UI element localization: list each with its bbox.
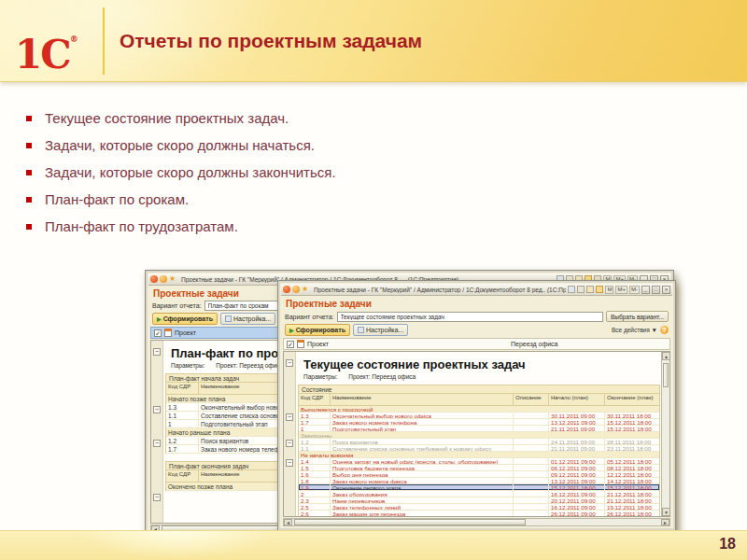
gear-icon bbox=[225, 315, 232, 322]
generate-button[interactable]: ▶Сформировать bbox=[285, 324, 350, 336]
bullet-icon bbox=[26, 197, 32, 203]
variant-label: Вариант отчета: bbox=[285, 314, 334, 320]
help-icon[interactable]: ? bbox=[660, 326, 669, 334]
scroll-left-icon[interactable]: ◄ bbox=[284, 519, 292, 525]
all-actions-button[interactable]: Все действия ▼ bbox=[612, 327, 657, 333]
report-row[interactable]: 1.3 Окончательный выбор нового офиса 30.… bbox=[299, 413, 659, 419]
bullet-text: План-факт по трудозатратам. bbox=[45, 218, 238, 234]
back-icon[interactable] bbox=[160, 275, 167, 283]
vertical-scrollbar[interactable]: ▲ ▼ bbox=[661, 352, 669, 516]
report-row[interactable]: 1.1 Составление списка основных требован… bbox=[299, 445, 659, 452]
close-button[interactable]: × bbox=[662, 286, 670, 294]
bullet-text: Задачи, которые скоро должны начаться. bbox=[45, 137, 315, 153]
app-icon bbox=[283, 286, 290, 293]
minimize-button[interactable]: _ bbox=[641, 286, 650, 294]
scrollbar-thumb[interactable] bbox=[294, 519, 526, 525]
back-icon[interactable] bbox=[292, 286, 300, 293]
favorites-star-icon[interactable]: ★ bbox=[302, 286, 310, 293]
maximize-button[interactable]: □ bbox=[652, 286, 660, 294]
report-row[interactable]: 1.9 Окончание первого этапа 15.12.2011 1… bbox=[299, 484, 659, 491]
report-row[interactable]: 1.7 Заказ нового номера телефона 13.12.2… bbox=[299, 419, 659, 426]
scroll-up-icon[interactable]: ▲ bbox=[662, 352, 670, 360]
report-area: − − − − Текущее состояние проектных зада… bbox=[283, 351, 670, 517]
collapse-group-icon[interactable]: − bbox=[286, 359, 293, 367]
titlebar-tools: М М+ М- _ □ × bbox=[568, 286, 670, 294]
report-row[interactable]: 2.5 Заказ телефонных линий 16.12.2011 09… bbox=[299, 504, 659, 511]
settings-button[interactable]: Настройка... bbox=[353, 324, 408, 336]
links-icon[interactable] bbox=[596, 286, 603, 293]
play-icon: ▶ bbox=[157, 315, 162, 322]
variant-label: Вариант отчета: bbox=[152, 302, 202, 309]
play-icon: ▶ bbox=[289, 327, 294, 333]
choose-variant-button[interactable]: Выбрать вариант... bbox=[606, 311, 669, 322]
calc-m-button[interactable]: М bbox=[605, 286, 613, 294]
grouping-gutter: − − − − bbox=[151, 341, 163, 523]
report-content: Текущее состояние проектных задач Параме… bbox=[296, 352, 661, 516]
settings-button[interactable]: Настройка... bbox=[220, 313, 275, 325]
report-row[interactable]: 1.8 Заказ нового номера факса 13.12.2011… bbox=[299, 478, 659, 484]
save-icon[interactable] bbox=[568, 286, 575, 293]
report-row[interactable]: Выполняется с просрочкой bbox=[299, 406, 659, 413]
calendar-icon bbox=[164, 329, 172, 337]
form-title: Проектные задачи bbox=[281, 296, 672, 310]
page-title: Отчеты по проектным задачам bbox=[120, 30, 422, 52]
list-item: Задачи, которые скоро должны закончиться… bbox=[26, 164, 336, 179]
scroll-right-icon[interactable]: ► bbox=[661, 519, 669, 525]
report-row[interactable]: 2.3 Наем перевозчиков 20.12.2011 09:00 2… bbox=[299, 497, 659, 504]
collapse-group-icon[interactable]: − bbox=[153, 348, 161, 356]
report-row[interactable]: 1.4 Оценка затрат на новый офис (кресла,… bbox=[299, 458, 659, 465]
window-title: Проектные задачи - ГК "Меркурий" / Админ… bbox=[312, 287, 566, 293]
bullet-text: План-факт по срокам. bbox=[45, 191, 189, 207]
bullet-text: Текущее состояние проектных задач. bbox=[45, 110, 289, 126]
table-body: Выполняется с просрочкой 1.3 Окончательн… bbox=[298, 406, 660, 516]
collapse-group-icon[interactable]: − bbox=[153, 494, 161, 501]
report-row[interactable]: Завершены bbox=[299, 432, 659, 439]
list-item: Текущее состояние проектных задач. bbox=[26, 110, 336, 125]
report-row[interactable]: 1 Подготовительный этап 21.11.2011 09:00… bbox=[299, 426, 659, 432]
collapse-group-icon[interactable]: − bbox=[153, 440, 161, 447]
scroll-down-icon[interactable]: ▼ bbox=[662, 508, 670, 516]
collapse-group-icon[interactable]: − bbox=[286, 459, 293, 467]
collapse-group-icon[interactable]: − bbox=[153, 406, 161, 413]
calc-mplus-button[interactable]: М+ bbox=[615, 286, 627, 294]
report-row[interactable]: 2.6 Заказ машин для переезда 26.12.2011 … bbox=[299, 511, 659, 516]
report-row[interactable]: Не начаты вовремя bbox=[299, 452, 659, 458]
gear-icon bbox=[358, 327, 364, 333]
variant-input[interactable] bbox=[337, 312, 603, 322]
state-band: Состояние bbox=[298, 385, 660, 393]
preview-icon[interactable] bbox=[586, 286, 594, 293]
bullet-icon bbox=[26, 143, 32, 148]
report-params: Параметры: Проект: Переезд офиса bbox=[303, 373, 658, 380]
table-header: Код СДР Наименование Описание Начало (пл… bbox=[298, 393, 660, 406]
filter-value: Переезд офиса bbox=[511, 341, 558, 347]
report-row[interactable]: 1.6 Выбор дня переезда 09.12.2011 09:00 … bbox=[299, 471, 659, 478]
toolbar-row: ▶Сформировать Настройка... Все действия … bbox=[281, 323, 672, 337]
slide-header: 1С® Отчеты по проектным задачам bbox=[0, 0, 747, 82]
report-row[interactable]: 1.5 Подготовка бюджета переезда 06.12.20… bbox=[299, 465, 659, 471]
titlebar[interactable]: ★ Проектные задачи - ГК "Меркурий" / Адм… bbox=[281, 284, 672, 296]
report-title: Текущее состояние проектных задач bbox=[303, 357, 658, 371]
generate-button[interactable]: ▶Сформировать bbox=[152, 313, 218, 325]
scrollbar-thumb[interactable] bbox=[663, 363, 669, 387]
collapse-group-icon[interactable]: − bbox=[286, 413, 293, 421]
slide: 1С® Отчеты по проектным задачам Текущее … bbox=[0, 0, 747, 560]
report-row[interactable]: 2 Заказ оборудования 16.12.2011 09:00 21… bbox=[299, 491, 659, 497]
grouping-gutter: − − − − bbox=[284, 352, 296, 516]
window-current-state: ★ Проектные задачи - ГК "Меркурий" / Адм… bbox=[277, 280, 676, 531]
collapse-group-icon[interactable]: − bbox=[286, 440, 293, 447]
filter-row-project[interactable]: ✓ Проект Переезд офиса bbox=[283, 338, 670, 350]
filter-label: Проект bbox=[307, 341, 329, 347]
horizontal-scrollbar[interactable]: ◄ ► bbox=[283, 518, 670, 526]
slide-footer: 18 bbox=[0, 530, 747, 560]
checkbox-icon[interactable]: ✓ bbox=[287, 341, 294, 348]
bullet-text: Задачи, которые скоро должны закончиться… bbox=[45, 164, 336, 180]
calc-mminus-button[interactable]: М- bbox=[629, 286, 640, 294]
checkbox-icon[interactable]: ✓ bbox=[154, 329, 162, 337]
favorites-star-icon[interactable]: ★ bbox=[169, 275, 177, 283]
report-row[interactable]: 1.2 Поиск вариантов 24.11.2011 09:00 28.… bbox=[299, 439, 659, 445]
list-item: План-факт по трудозатратам. bbox=[26, 218, 336, 233]
print-icon[interactable] bbox=[577, 286, 585, 293]
filter-label: Проект bbox=[175, 329, 196, 336]
list-item: Задачи, которые скоро должны начаться. bbox=[26, 137, 336, 152]
page-number: 18 bbox=[719, 536, 736, 553]
